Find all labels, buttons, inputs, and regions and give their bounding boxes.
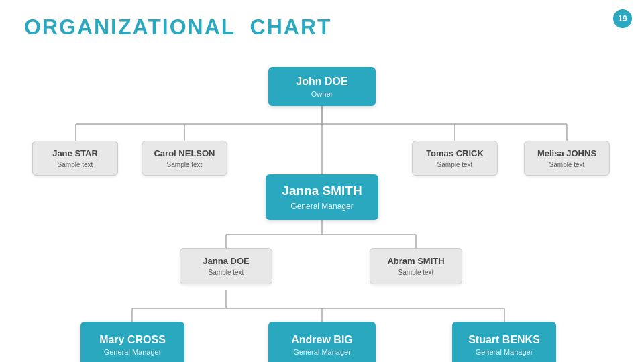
node-stuart-benks: Stuart BENKS General Manager <box>452 322 556 362</box>
node-andrew-big: Andrew BIG General Manager <box>268 322 376 362</box>
node-abram-smith: Abram SMITH Sample text <box>370 248 462 284</box>
node-janna-doe: Janna DOE Sample text <box>180 248 272 284</box>
page-title: ORGANIZATIONAL CHART <box>24 15 332 40</box>
node-carol-nelson: Carol NELSON Sample text <box>142 141 227 176</box>
node-jane-star: Jane STAR Sample text <box>32 141 118 176</box>
org-chart: John DOE Owner Jane STAR Sample text Car… <box>0 54 644 362</box>
node-melisa-johns: Melisa JOHNS Sample text <box>524 141 610 176</box>
node-tomas-crick: Tomas CRICK Sample text <box>412 141 498 176</box>
node-john-doe: John DOE Owner <box>268 67 376 106</box>
node-janna-smith: Janna SMITH General Manager <box>266 174 378 220</box>
node-mary-cross: Mary CROSS General Manager <box>80 322 184 362</box>
page-badge: 19 <box>613 9 632 28</box>
